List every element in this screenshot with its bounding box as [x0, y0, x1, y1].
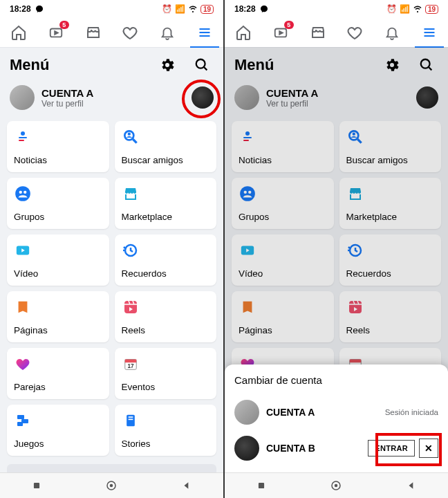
nav-recent[interactable]: [256, 481, 266, 490]
phone-right: 18:28 ⏰📶19 5 Menú CUENTA A Ver tu perfil…: [224, 0, 448, 498]
card-video[interactable]: Vídeo: [232, 234, 334, 286]
card-eventos[interactable]: 17Eventos: [115, 348, 217, 399]
svg-rect-26: [128, 419, 133, 421]
nav-back[interactable]: [407, 481, 416, 490]
profile-row[interactable]: CUENTA A Ver tu perfil: [225, 82, 448, 117]
tab-dating[interactable]: [344, 22, 365, 43]
tab-marketplace[interactable]: [308, 22, 328, 43]
svg-rect-19: [124, 360, 136, 363]
svg-line-11: [133, 139, 136, 142]
tab-watch[interactable]: 5: [270, 22, 291, 43]
stories-icon: [122, 412, 140, 430]
card-noticias[interactable]: Noticias: [7, 121, 109, 172]
account-name: CUENTA A: [41, 87, 93, 99]
card-paginas[interactable]: Páginas: [232, 291, 334, 342]
tab-watch[interactable]: 5: [46, 22, 66, 43]
svg-point-36: [245, 131, 250, 136]
card-grupos[interactable]: Grupos: [232, 178, 334, 229]
tab-menu[interactable]: [194, 22, 215, 43]
search-button[interactable]: [415, 53, 438, 77]
find-friends-icon: [346, 128, 364, 146]
profile-row[interactable]: CUENTA A Ver tu perfil: [0, 82, 223, 117]
nav-back[interactable]: [182, 481, 192, 490]
reels-icon: [346, 298, 364, 316]
svg-rect-47: [349, 301, 362, 313]
memories-icon: [122, 241, 140, 259]
close-button[interactable]: ✕: [419, 439, 438, 458]
card-reels[interactable]: Reels: [339, 291, 442, 342]
card-buscar-amigos[interactable]: Buscar amigos: [339, 121, 442, 172]
card-buscar-amigos[interactable]: Buscar amigos: [115, 121, 217, 172]
pages-icon: [239, 298, 256, 316]
marketplace-icon: [122, 185, 140, 203]
svg-rect-25: [128, 416, 133, 418]
menu-title: Menú: [234, 56, 274, 74]
menu-header: Menú: [0, 48, 223, 82]
video-icon: [14, 241, 32, 259]
svg-line-5: [204, 67, 207, 71]
tab-dating[interactable]: [120, 22, 140, 43]
battery-indicator: 19: [425, 5, 438, 14]
signal-icon: 📶: [175, 4, 185, 14]
enter-button[interactable]: ENTRAR: [368, 440, 415, 456]
search-button[interactable]: [190, 53, 214, 77]
account-row-b[interactable]: CUENTA B ENTRAR ✕: [234, 430, 438, 466]
svg-rect-37: [243, 137, 252, 138]
messenger-icon: [35, 5, 44, 13]
svg-point-29: [110, 484, 113, 488]
menu-grid: Noticias Buscar amigos Grupos Marketplac…: [225, 117, 448, 403]
svg-point-34: [421, 59, 430, 68]
news-icon: [14, 128, 32, 146]
switch-account-avatar[interactable]: [416, 86, 438, 109]
alarm-icon: ⏰: [386, 4, 397, 14]
highlight-ring: [182, 80, 221, 118]
account-row-a[interactable]: CUENTA A Sesión iniciada: [234, 394, 438, 430]
nav-bar: [0, 472, 223, 498]
gaming-icon: [14, 412, 32, 430]
svg-rect-21: [17, 415, 24, 419]
tab-marketplace[interactable]: [83, 22, 104, 43]
signal-icon: 📶: [400, 4, 410, 14]
nav-recent[interactable]: [32, 481, 41, 490]
svg-text:17: 17: [127, 363, 134, 369]
svg-point-10: [127, 133, 130, 136]
status-time: 18:28: [10, 4, 31, 14]
tab-home[interactable]: [8, 22, 29, 43]
news-icon: [239, 128, 256, 146]
nav-home[interactable]: [330, 479, 342, 492]
card-marketplace[interactable]: Marketplace: [339, 178, 442, 229]
card-paginas[interactable]: Páginas: [7, 291, 109, 342]
svg-point-6: [21, 131, 25, 136]
pages-icon: [14, 298, 32, 316]
svg-line-41: [357, 139, 361, 142]
nav-home[interactable]: [105, 479, 118, 492]
card-juegos[interactable]: Juegos: [7, 405, 109, 456]
reels-icon: [122, 298, 140, 316]
tab-notifications[interactable]: [382, 22, 402, 43]
card-parejas[interactable]: Parejas: [7, 348, 109, 399]
tab-notifications[interactable]: [157, 22, 178, 43]
svg-rect-17: [124, 301, 137, 313]
svg-line-35: [429, 67, 432, 71]
card-reels[interactable]: Reels: [115, 291, 217, 342]
card-recuerdos[interactable]: Recuerdos: [339, 234, 442, 286]
watch-badge: 5: [284, 21, 294, 29]
card-noticias[interactable]: Noticias: [232, 121, 334, 172]
groups-icon: [14, 185, 32, 203]
svg-rect-8: [19, 140, 24, 141]
card-grupos[interactable]: Grupos: [7, 178, 109, 229]
svg-point-43: [244, 191, 247, 194]
tab-menu[interactable]: [419, 22, 440, 43]
tab-home[interactable]: [233, 22, 254, 43]
menu-header: Menú: [225, 48, 448, 82]
settings-button[interactable]: [156, 53, 179, 77]
session-status: Sesión iniciada: [385, 408, 438, 416]
card-recuerdos[interactable]: Recuerdos: [115, 234, 217, 286]
settings-button[interactable]: [380, 53, 404, 77]
svg-point-12: [15, 186, 30, 201]
card-marketplace[interactable]: Marketplace: [115, 178, 217, 229]
wifi-icon: [188, 5, 198, 13]
card-stories[interactable]: Stories: [115, 405, 217, 456]
card-video[interactable]: Vídeo: [7, 234, 109, 286]
svg-rect-23: [17, 422, 23, 426]
